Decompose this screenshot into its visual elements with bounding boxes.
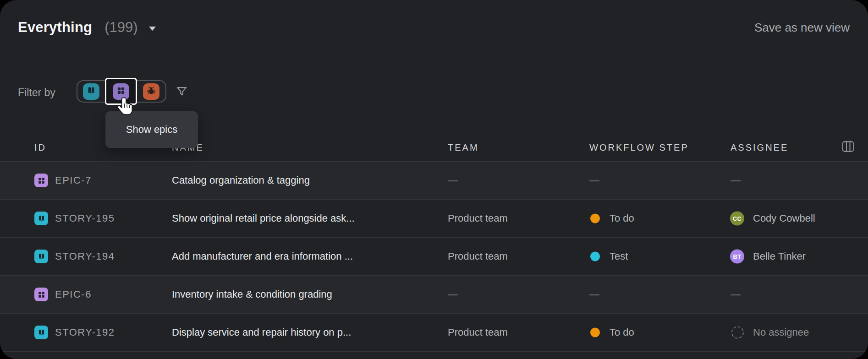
- filter-by-label: Filter by: [18, 87, 55, 99]
- table-row[interactable]: STORY-192 Display service and repair his…: [0, 313, 868, 351]
- row-name[interactable]: Catalog organization & tagging: [172, 174, 310, 186]
- row-workflow-empty: —: [589, 288, 599, 300]
- row-id[interactable]: EPIC-6: [55, 288, 92, 300]
- row-id[interactable]: EPIC-7: [55, 174, 92, 186]
- column-header-id[interactable]: ID: [34, 142, 46, 153]
- epic-type-icon: [34, 288, 48, 301]
- table-row[interactable]: EPIC-7 Catalog organization & tagging — …: [0, 161, 868, 199]
- workflow-state-dot: [590, 252, 600, 261]
- row-name[interactable]: Add manufacturer and era information ...: [172, 250, 353, 262]
- workflow-state-dot: [590, 328, 600, 337]
- tooltip-label: Show epics: [126, 124, 178, 136]
- avatar: CC: [730, 212, 744, 226]
- row-workflow-empty: —: [589, 174, 599, 186]
- row-team-empty: —: [448, 288, 458, 300]
- column-header-workflow-step[interactable]: WORKFLOW STEP: [589, 142, 689, 153]
- row-team-empty: —: [448, 174, 458, 186]
- row-assignee[interactable]: Belle Tinker: [753, 250, 806, 262]
- title-bar: Everything (199) Save as new view: [18, 16, 850, 39]
- row-team[interactable]: Product team: [448, 250, 508, 262]
- partial-next-row: [0, 351, 868, 359]
- view-dropdown-caret-icon[interactable]: [148, 25, 156, 33]
- epic-grid-icon: [116, 86, 126, 97]
- tooltip: Show epics: [105, 111, 198, 148]
- filter-funnel-icon[interactable]: [176, 85, 188, 99]
- show-stories-button[interactable]: [83, 83, 99, 100]
- row-id[interactable]: STORY-195: [55, 212, 115, 224]
- row-name[interactable]: Inventory intake & condition grading: [172, 288, 332, 300]
- column-header-assignee[interactable]: ASSIGNEE: [731, 142, 788, 153]
- table-row[interactable]: STORY-195 Show original retail price alo…: [0, 199, 868, 237]
- table-row[interactable]: STORY-194 Add manufacturer and era infor…: [0, 237, 868, 275]
- item-count: (199): [104, 19, 137, 36]
- row-id[interactable]: STORY-192: [55, 326, 115, 338]
- row-assignee-empty: —: [731, 288, 741, 300]
- story-book-icon: [86, 86, 96, 98]
- row-workflow-step[interactable]: To do: [610, 212, 634, 224]
- page-title[interactable]: Everything: [18, 19, 92, 36]
- avatar: BT: [730, 250, 744, 264]
- story-type-icon: [34, 326, 48, 339]
- table-row[interactable]: EPIC-6 Inventory intake & condition grad…: [0, 275, 868, 313]
- bug-icon: [146, 86, 156, 98]
- epic-type-icon: [34, 174, 48, 187]
- save-as-new-view-button[interactable]: Save as new view: [754, 21, 850, 35]
- main-panel: Everything (199) Save as new view Filter…: [0, 0, 868, 359]
- row-assignee[interactable]: No assignee: [753, 326, 809, 338]
- workflow-state-dot: [590, 214, 600, 223]
- no-assignee-icon: [731, 326, 744, 339]
- row-id[interactable]: STORY-194: [55, 250, 115, 262]
- row-assignee-empty: —: [731, 174, 741, 186]
- show-bugs-button[interactable]: [143, 83, 159, 100]
- show-epics-button[interactable]: [113, 83, 129, 100]
- story-type-icon: [34, 250, 48, 263]
- row-name[interactable]: Show original retail price alongside ask…: [172, 212, 355, 224]
- row-name[interactable]: Display service and repair history on p.…: [172, 326, 351, 338]
- story-type-icon: [34, 212, 48, 225]
- row-team[interactable]: Product team: [448, 212, 508, 224]
- show-epics-button-hover-outline[interactable]: [105, 78, 137, 105]
- row-workflow-step[interactable]: Test: [610, 250, 628, 262]
- row-workflow-step[interactable]: To do: [610, 326, 634, 338]
- row-assignee[interactable]: Cody Cowbell: [753, 212, 815, 224]
- column-settings-icon[interactable]: [841, 140, 855, 155]
- column-header-team[interactable]: TEAM: [448, 142, 479, 153]
- header-divider: [0, 62, 868, 62]
- row-team[interactable]: Product team: [448, 326, 508, 338]
